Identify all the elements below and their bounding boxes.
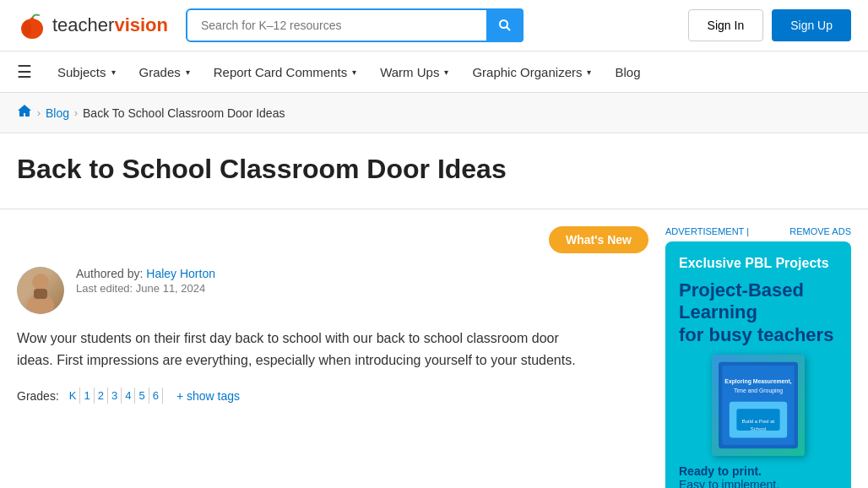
breadcrumb-sep-2: › — [74, 107, 78, 119]
nav-item-report-card-comments[interactable]: Report Card Comments ▾ — [202, 53, 368, 91]
article-intro: Wow your students on their first day bac… — [17, 328, 591, 371]
svg-point-2 — [30, 18, 34, 20]
ad-visual: Exploring Measurement, Time and Grouping… — [679, 355, 838, 456]
nav-item-graphic-organizers[interactable]: Graphic Organizers ▾ — [460, 53, 603, 91]
grades-section: Grades: K 1 2 3 4 5 6 + show tags — [17, 388, 648, 404]
author-meta: Authored by: Haley Horton Last edited: J… — [76, 267, 215, 295]
svg-text:Exploring Measurement,: Exploring Measurement, — [724, 378, 791, 385]
ad-easy-text: Easy to implement. — [679, 478, 838, 488]
author-name-link[interactable]: Haley Horton — [146, 267, 215, 280]
page-title-section: Back to School Classroom Door Ideas — [0, 133, 868, 209]
svg-text:Build a Pool at: Build a Pool at — [742, 419, 775, 424]
grades-label: Grades: — [17, 389, 59, 403]
search-icon — [498, 19, 512, 32]
grade-1[interactable]: 1 — [80, 388, 94, 404]
signin-button[interactable]: Sign In — [688, 9, 764, 41]
ad-card-subtitle: Project-Based Learning for busy teachers — [679, 279, 838, 346]
main-nav: ☰ Subjects ▾ Grades ▾ Report Card Commen… — [0, 52, 868, 93]
grade-3[interactable]: 3 — [108, 388, 122, 404]
search-bar — [186, 8, 524, 42]
svg-line-4 — [507, 27, 510, 30]
main-content: What's New Authored by: Haley Horton — [17, 226, 648, 488]
svg-rect-7 — [34, 289, 47, 299]
remove-ads-link[interactable]: REMOVE ADS — [789, 226, 851, 236]
breadcrumb-blog-link[interactable]: Blog — [46, 106, 69, 120]
warm-ups-chevron-icon: ▾ — [444, 68, 448, 77]
grade-2[interactable]: 2 — [95, 388, 108, 404]
authored-by-label: Authored by: Haley Horton — [76, 267, 215, 280]
whats-new-button[interactable]: What's New — [549, 226, 648, 253]
breadcrumb: › Blog › Back To School Classroom Door I… — [0, 93, 868, 133]
report-card-chevron-icon: ▾ — [352, 68, 356, 77]
search-button[interactable] — [486, 8, 524, 42]
grade-5[interactable]: 5 — [135, 388, 149, 404]
nav-item-blog[interactable]: Blog — [603, 53, 652, 91]
breadcrumb-home-link[interactable] — [17, 103, 32, 122]
svg-point-1 — [23, 20, 31, 37]
svg-text:Time and Grouping: Time and Grouping — [734, 388, 783, 394]
graphic-organizers-chevron-icon: ▾ — [587, 68, 591, 77]
nav-item-grades[interactable]: Grades ▾ — [127, 53, 202, 91]
subjects-chevron-icon: ▾ — [111, 68, 116, 77]
ad-book-svg: Exploring Measurement, Time and Grouping… — [719, 355, 798, 456]
ad-card-title: Exclusive PBL Projects — [679, 255, 838, 273]
show-tags-button[interactable]: + show tags — [176, 389, 240, 403]
logo-link[interactable]: teachervision — [17, 10, 169, 41]
last-edited: Last edited: June 11, 2024 — [76, 282, 215, 295]
signup-button[interactable]: Sign Up — [772, 9, 851, 41]
ad-ready-text: Ready to print. — [679, 464, 838, 478]
grade-4[interactable]: 4 — [122, 388, 135, 404]
nav-item-warm-ups[interactable]: Warm Ups ▾ — [368, 53, 460, 91]
hamburger-menu[interactable]: ☰ — [17, 52, 46, 92]
grade-6[interactable]: 6 — [149, 388, 163, 404]
breadcrumb-current: Back To School Classroom Door Ideas — [83, 106, 285, 120]
sidebar-ad: ADVERTISEMENT | REMOVE ADS Exclusive PBL… — [665, 226, 851, 488]
svg-point-3 — [500, 20, 507, 28]
author-avatar — [17, 267, 64, 314]
nav-item-subjects[interactable]: Subjects ▾ — [46, 53, 127, 91]
avatar-silhouette — [17, 267, 64, 314]
breadcrumb-sep-1: › — [37, 107, 41, 119]
search-input[interactable] — [186, 8, 524, 42]
avatar-image — [17, 267, 64, 314]
ad-card: Exclusive PBL Projects Project-Based Lea… — [665, 241, 851, 488]
grade-k[interactable]: K — [66, 388, 81, 404]
author-section: Authored by: Haley Horton Last edited: J… — [17, 267, 648, 314]
ad-book-image: Exploring Measurement, Time and Grouping… — [712, 355, 805, 456]
home-icon — [17, 103, 32, 118]
site-header: teachervision Sign In Sign Up — [0, 0, 868, 52]
content-area: What's New Authored by: Haley Horton — [0, 209, 868, 488]
ad-label: ADVERTISEMENT | REMOVE ADS — [665, 226, 851, 236]
page-title: Back to School Classroom Door Ideas — [17, 154, 851, 185]
svg-text:School: School — [751, 426, 766, 431]
svg-point-5 — [32, 274, 49, 290]
whats-new-wrap: What's New — [17, 226, 648, 253]
grades-chevron-icon: ▾ — [186, 68, 190, 77]
logo-text: teachervision — [52, 14, 168, 36]
logo-apple-icon — [17, 10, 47, 41]
auth-buttons: Sign In Sign Up — [688, 9, 851, 41]
